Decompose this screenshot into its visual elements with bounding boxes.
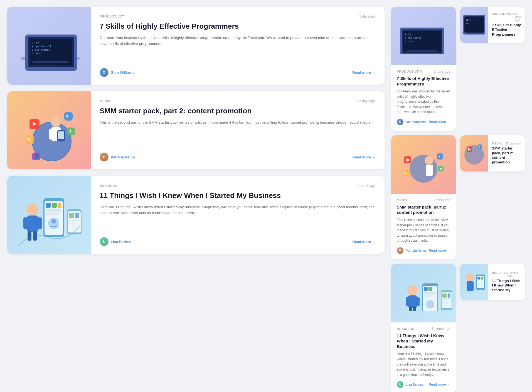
svg-point-95 — [466, 273, 474, 281]
card-category-business: BUSINESS — [100, 184, 117, 187]
medium-author-name-media[interactable]: Patricia Kemp — [406, 249, 426, 252]
svg-rect-77 — [408, 295, 417, 308]
svg-point-41 — [51, 219, 56, 224]
svg-point-61 — [425, 156, 434, 165]
read-more-business[interactable]: Read more → — [352, 240, 376, 244]
medium-read-more-productivity[interactable]: Read more → — [429, 120, 450, 124]
svg-rect-35 — [46, 203, 51, 208]
svg-text:★: ★ — [439, 167, 442, 171]
medium-category-business: BUSINESS — [397, 327, 414, 330]
card-image-business — [7, 176, 91, 254]
mini-category-business: BUSINESS — [492, 271, 508, 278]
mini-image-business — [460, 264, 488, 300]
medium-excerpt-media: This is the second part of the SMM start… — [397, 217, 450, 243]
svg-rect-8 — [32, 61, 68, 63]
svg-rect-47 — [69, 223, 77, 224]
right-group-productivity: c:\>_ $ npm install ✓ done PRODUCTIVITY … — [391, 7, 525, 131]
mini-category-productivity: PRODUCTIVITY — [492, 13, 515, 22]
avatar-patricia: P — [100, 153, 109, 161]
article-card-productivity: c:\>_ $ npm install $ git commit ✓ done … — [7, 7, 385, 85]
svg-rect-100 — [481, 277, 483, 280]
svg-rect-86 — [424, 292, 436, 294]
read-more-media[interactable]: Read more → — [352, 155, 376, 159]
mini-title-productivity: 7 Skills of Highly Effective Programmers — [492, 23, 521, 37]
read-more-productivity[interactable]: Read more → — [352, 70, 376, 75]
medium-author-media: P Patricia Kemp — [397, 247, 426, 254]
svg-text:c:\>_: c:\>_ — [32, 41, 41, 44]
avatar-glen: G — [100, 68, 109, 77]
card-body-media: MEDIA 17 days ago SMM starter pack, part… — [91, 91, 385, 169]
svg-text:♥: ♥ — [479, 145, 481, 148]
svg-rect-36 — [52, 203, 57, 208]
mini-card-media: ♥ MEDIA 17 days ago SMM starter pack, pa… — [460, 135, 525, 171]
card-footer-media: P Patricia Kemp Read more → — [100, 153, 376, 161]
author-name-glen[interactable]: Glen Williams — [111, 70, 134, 75]
svg-rect-94 — [442, 302, 449, 303]
mini-image-productivity: c:\> npm — [460, 7, 488, 43]
medium-author-business: L Lisa Barnes — [397, 381, 423, 388]
medium-body-productivity: PRODUCTIVITY 3 days ago 7 Skills of High… — [391, 65, 456, 131]
svg-rect-54 — [407, 50, 437, 52]
author-name-lisa[interactable]: Lisa Barnes — [111, 240, 131, 244]
card-meta-media: MEDIA 17 days ago — [100, 99, 376, 103]
card-image-media: ♥ ✉ ★ 👤 — [7, 91, 91, 169]
medium-author-name-productivity[interactable]: Glen Williams — [406, 120, 426, 124]
avatar-small-lisa: L — [397, 381, 403, 388]
medium-category-media: MEDIA — [397, 199, 408, 202]
medium-card-business: BUSINESS 1 month ago 11 Things I Wish I … — [391, 264, 456, 392]
mini-image-media: ♥ — [460, 135, 488, 171]
avatar-circle-glen: G — [100, 68, 109, 77]
svg-rect-30 — [38, 217, 42, 229]
svg-rect-29 — [23, 217, 27, 229]
right-group-media: ♥ ✉ ★ MEDIA 17 days ago — [391, 135, 525, 259]
avatar-lisa: L — [100, 237, 109, 246]
svg-point-76 — [407, 285, 417, 295]
svg-rect-84 — [424, 287, 428, 291]
medium-read-more-business[interactable]: Read more → — [429, 383, 450, 386]
medium-author-name-business[interactable]: Lisa Barnes — [406, 383, 423, 386]
svg-rect-99 — [477, 277, 480, 280]
svg-rect-92 — [448, 293, 450, 298]
mini-date-media: 17 days ago — [506, 142, 521, 145]
author-name-patricia[interactable]: Patricia Kemp — [111, 155, 135, 159]
mini-body-media: MEDIA 17 days ago SMM starter pack, part… — [488, 139, 525, 168]
medium-read-more-media[interactable]: Read more → — [429, 249, 450, 253]
svg-rect-85 — [428, 287, 432, 291]
svg-rect-39 — [46, 213, 58, 215]
svg-text:✉: ✉ — [27, 137, 31, 142]
author-info-productivity: G Glen Williams — [100, 68, 134, 77]
card-category: PRODUCTIVITY — [100, 15, 125, 18]
svg-rect-79 — [417, 297, 420, 306]
svg-rect-80 — [409, 306, 412, 311]
svg-rect-78 — [406, 297, 409, 306]
medium-card-media: ♥ ✉ ★ MEDIA 17 days ago — [391, 135, 456, 259]
svg-text:♥: ♥ — [66, 114, 69, 119]
mini-date-productivity: 3 days ago — [515, 13, 521, 22]
medium-excerpt-productivity: Our team was inspired by the seven skill… — [397, 89, 450, 115]
medium-date-productivity: 3 days ago — [434, 70, 450, 74]
medium-author-productivity: G Glen Williams — [397, 119, 426, 125]
author-info-business: L Lisa Barnes — [100, 237, 131, 246]
medium-date-media: 17 days ago — [432, 198, 450, 202]
medium-category-productivity: PRODUCTIVITY — [397, 70, 422, 73]
medium-footer-business: L Lisa Barnes Read more → — [397, 381, 450, 388]
avatar-circle-lisa: L — [100, 237, 109, 246]
card-body-productivity: PRODUCTIVITY 3 days ago 7 Skills of High… — [91, 7, 385, 85]
svg-text:✓ done: ✓ done — [405, 40, 413, 43]
medium-title-media: SMM starter pack, part 2: content promot… — [397, 204, 450, 215]
svg-text:✓ done: ✓ done — [32, 52, 41, 55]
medium-title-productivity: 7 Skills of Highly Effective Programmers — [397, 76, 450, 87]
svg-rect-37 — [58, 203, 61, 208]
medium-image-productivity: c:\>_ $ npm install ✓ done — [391, 7, 456, 65]
svg-text:$ npm install: $ npm install — [405, 37, 423, 39]
svg-rect-13 — [49, 129, 52, 139]
svg-rect-96 — [467, 281, 474, 291]
medium-image-media: ♥ ✉ ★ — [391, 135, 456, 194]
mini-title-media: SMM starter pack, part 2: content promot… — [492, 146, 521, 165]
mini-date-business: 1 month ago — [508, 271, 521, 278]
mini-meta-media: MEDIA 17 days ago — [492, 142, 521, 145]
svg-rect-81 — [413, 306, 416, 311]
svg-rect-62 — [426, 165, 433, 176]
right-column: c:\>_ $ npm install ✓ done PRODUCTIVITY … — [391, 7, 525, 392]
card-footer-business: L Lisa Barnes Read more → — [100, 237, 376, 246]
